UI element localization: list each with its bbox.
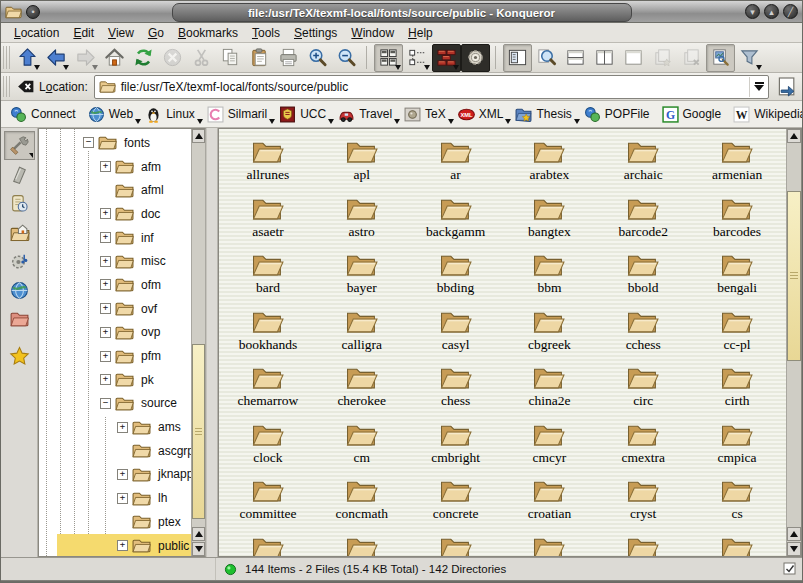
- toolbar-grip[interactable]: [3, 46, 10, 69]
- bookmark-google[interactable]: GGoogle: [658, 104, 730, 125]
- folder-bbding[interactable]: bbding: [409, 248, 503, 305]
- scroll-up-button[interactable]: [787, 527, 801, 541]
- expander-icon[interactable]: +: [100, 327, 111, 338]
- folder-cbgreek[interactable]: cbgreek: [503, 305, 597, 362]
- expander-icon[interactable]: +: [100, 351, 111, 362]
- menu-go[interactable]: Go: [141, 25, 171, 41]
- bookmark-wikipedia[interactable]: WWikipedia: [729, 104, 803, 125]
- folder-cherokee[interactable]: cherokee: [315, 361, 409, 418]
- home-button[interactable]: [100, 44, 129, 72]
- forward-button[interactable]: [71, 44, 100, 72]
- sidebar-tab-network[interactable]: [4, 276, 35, 305]
- bookmark-linux[interactable]: Linux: [141, 104, 203, 125]
- folder-bard[interactable]: bard: [221, 248, 315, 305]
- clear-location-button[interactable]: [13, 75, 37, 99]
- copy-button[interactable]: [216, 44, 245, 72]
- folder-barcode2[interactable]: barcode2: [596, 192, 690, 249]
- locationbar-grip[interactable]: [3, 76, 10, 98]
- tree-item-inf[interactable]: +inf: [39, 226, 191, 250]
- expander-icon[interactable]: +: [100, 161, 111, 172]
- menu-settings[interactable]: Settings: [287, 25, 344, 41]
- link-view-checkbox[interactable]: [783, 562, 797, 576]
- tree-item-fonts[interactable]: −fonts: [39, 131, 191, 155]
- expander-icon[interactable]: −: [100, 398, 111, 409]
- menu-tools[interactable]: Tools: [245, 25, 287, 41]
- folder-cc-pl[interactable]: cc-pl: [690, 305, 784, 362]
- expander-icon[interactable]: +: [100, 208, 111, 219]
- stop-button[interactable]: [158, 44, 187, 72]
- bookmark-travel[interactable]: Travel: [334, 104, 400, 125]
- tree-item-public[interactable]: +public: [39, 534, 191, 556]
- tree-item-ovf[interactable]: +ovf: [39, 297, 191, 321]
- filter-button[interactable]: [735, 44, 764, 72]
- navigation-panel-button[interactable]: [503, 44, 532, 72]
- folder-bengali[interactable]: bengali: [690, 248, 784, 305]
- bookmark-web[interactable]: Web: [84, 104, 141, 125]
- menu-help[interactable]: Help: [401, 25, 440, 41]
- menu-location[interactable]: Location: [7, 25, 66, 41]
- sidebar-tab-bookmark-flag[interactable]: [4, 160, 35, 189]
- bookmark-xml[interactable]: XMLXML: [454, 104, 512, 125]
- sticky-button[interactable]: •: [26, 5, 40, 19]
- sidebar-tab-services[interactable]: [4, 247, 35, 276]
- folder-bbm[interactable]: bbm: [503, 248, 597, 305]
- folder-astro[interactable]: astro: [315, 192, 409, 249]
- bookmark-connect[interactable]: Connect: [6, 104, 84, 125]
- folder-concmath[interactable]: concmath: [315, 474, 409, 531]
- close-button[interactable]: ╱: [783, 4, 798, 19]
- folder-ar[interactable]: ar: [409, 135, 503, 192]
- tree-item-afm[interactable]: +afm: [39, 155, 191, 179]
- expander-icon[interactable]: −: [83, 137, 94, 148]
- expander-icon[interactable]: +: [117, 540, 128, 551]
- folder-partial[interactable]: [221, 531, 315, 557]
- folder-bangtex[interactable]: bangtex: [503, 192, 597, 249]
- folder-clock[interactable]: clock: [221, 418, 315, 475]
- minimize-button[interactable]: ▾: [745, 4, 760, 19]
- tree-scrollbar[interactable]: [191, 129, 205, 556]
- folder-partial[interactable]: [596, 531, 690, 557]
- expander-icon[interactable]: +: [100, 303, 111, 314]
- folder-cchess[interactable]: cchess: [596, 305, 690, 362]
- bookmark-thesis[interactable]: Thesis: [511, 104, 579, 125]
- folder-bbold[interactable]: bbold: [596, 248, 690, 305]
- folder-apl[interactable]: apl: [315, 135, 409, 192]
- main-scrollbar[interactable]: [786, 129, 801, 556]
- bookmark-tex[interactable]: TeX: [400, 104, 454, 125]
- icon-view-button[interactable]: [374, 44, 403, 72]
- maximize-button[interactable]: ▴: [764, 4, 779, 19]
- go-button[interactable]: [774, 75, 798, 99]
- expander-icon[interactable]: +: [100, 232, 111, 243]
- folder-partial[interactable]: [409, 531, 503, 557]
- bookmark-silmaril[interactable]: Silmaril: [203, 104, 275, 125]
- tree-item-ofm[interactable]: +ofm: [39, 273, 191, 297]
- folder-chess[interactable]: chess: [409, 361, 503, 418]
- menu-bookmarks[interactable]: Bookmarks: [171, 25, 245, 41]
- titlebar[interactable]: • file:/usr/TeX/texmf-local/fonts/source…: [1, 1, 802, 23]
- folder-bookhands[interactable]: bookhands: [221, 305, 315, 362]
- gear-button[interactable]: [461, 44, 490, 72]
- panel-splitter[interactable]: [206, 128, 218, 557]
- tree-item-lh[interactable]: +lh: [39, 486, 191, 510]
- sidebar-tab-config[interactable]: [4, 131, 35, 160]
- zoom-out-button[interactable]: [332, 44, 361, 72]
- folder-barcodes[interactable]: barcodes: [690, 192, 784, 249]
- reload-button[interactable]: [129, 44, 158, 72]
- bookmark-ucc[interactable]: UCC: [275, 104, 334, 125]
- up-button[interactable]: [13, 44, 42, 72]
- tree-item-ovp[interactable]: +ovp: [39, 321, 191, 345]
- print-button[interactable]: [274, 44, 303, 72]
- folder-cirth[interactable]: cirth: [690, 361, 784, 418]
- new-tab-button[interactable]: [648, 44, 677, 72]
- scroll-down-button[interactable]: [787, 542, 801, 556]
- folder-partial[interactable]: [315, 531, 409, 557]
- cut-button[interactable]: [187, 44, 216, 72]
- list-view-button[interactable]: [403, 44, 432, 72]
- scroll-down-button[interactable]: [192, 542, 205, 556]
- folder-partial[interactable]: [690, 531, 784, 557]
- location-combobox[interactable]: file:/usr/TeX/texmf-local/fonts/source/p…: [94, 75, 769, 99]
- folder-calligra[interactable]: calligra: [315, 305, 409, 362]
- tree-item-pfm[interactable]: +pfm: [39, 344, 191, 368]
- expander-icon[interactable]: +: [100, 279, 111, 290]
- single-view-button[interactable]: [619, 44, 648, 72]
- folder-arabtex[interactable]: arabtex: [503, 135, 597, 192]
